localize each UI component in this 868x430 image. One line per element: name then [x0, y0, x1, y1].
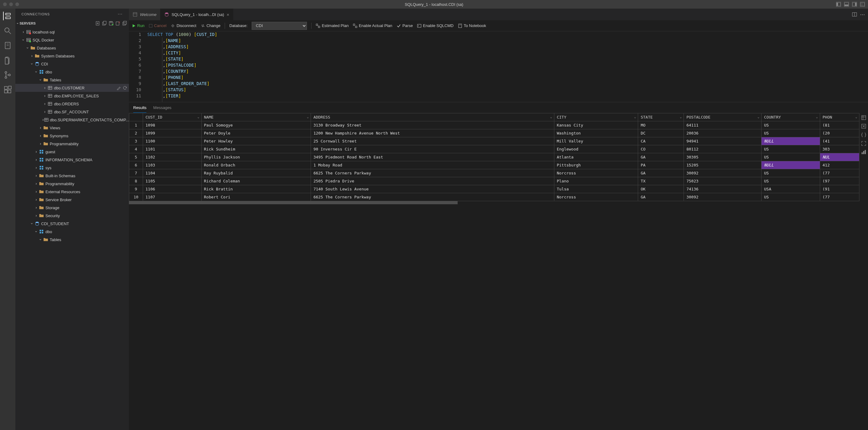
tab-results[interactable]: Results — [133, 103, 146, 113]
grid-cell[interactable]: 1101 — [143, 145, 202, 153]
column-header[interactable]: NAME⌄ — [202, 113, 311, 121]
grid-cell[interactable]: 7140 South Lewis Avenue — [311, 185, 554, 193]
tab-sqlquery[interactable]: SQLQuery_1 - localh...DI (sa) × — [160, 9, 233, 20]
grid-cell[interactable]: OK — [638, 185, 684, 193]
row-number[interactable]: 4 — [129, 145, 143, 153]
grid-cell[interactable]: 90 Inverness Cir E — [311, 145, 554, 153]
grid-cell[interactable]: 1103 — [143, 161, 202, 169]
maximize-icon[interactable] — [861, 141, 866, 146]
to-notebook-button[interactable]: To Notebook — [458, 23, 486, 28]
grid-cell[interactable]: CO — [638, 145, 684, 153]
grid-cell[interactable]: 75023 — [684, 177, 762, 185]
tree-item[interactable]: dbo.SF_ACCOUNT — [16, 108, 129, 116]
row-number[interactable]: 7 — [129, 169, 143, 177]
extensions-icon[interactable] — [3, 85, 12, 94]
estimated-plan-button[interactable]: Estimated Plan — [316, 23, 348, 28]
sort-icon[interactable]: ⌄ — [680, 115, 682, 119]
tree-item[interactable]: dbo — [16, 228, 129, 236]
grid-cell[interactable]: Plano — [554, 177, 638, 185]
grid-cell[interactable]: 64111 — [684, 121, 762, 129]
grid-cell[interactable]: Ray Ruybalid — [202, 169, 311, 177]
new-connection-icon[interactable] — [95, 21, 100, 26]
search-icon[interactable] — [3, 26, 12, 35]
grid-cell[interactable]: US — [762, 145, 820, 153]
tree-item[interactable]: CDI_STUDENT — [16, 220, 129, 228]
tree-item[interactable]: Service Broker — [16, 196, 129, 204]
panel-left-icon[interactable] — [836, 2, 841, 7]
row-number-header[interactable] — [129, 113, 143, 121]
grid-cell[interactable]: GA — [638, 169, 684, 177]
grid-cell[interactable]: GA — [638, 193, 684, 201]
grid-cell[interactable]: Richard Coleman — [202, 177, 311, 185]
column-header[interactable]: POSTALCODE⌄ — [684, 113, 762, 121]
grid-cell[interactable]: Norcross — [554, 193, 638, 201]
tree-item[interactable]: INFORMATION_SCHEMA — [16, 156, 129, 164]
grid-cell[interactable]: NUL — [820, 153, 859, 161]
grid-cell[interactable]: 6625 The Corners Parkway — [311, 193, 554, 201]
close-icon[interactable]: × — [226, 12, 229, 17]
grid-cell[interactable]: 1107 — [143, 193, 202, 201]
column-header[interactable]: CUST_ID⌄ — [143, 113, 202, 121]
refresh-icon[interactable] — [123, 86, 127, 90]
grid-cell[interactable]: Peter Howley — [202, 137, 311, 145]
row-number[interactable]: 6 — [129, 161, 143, 169]
grid-cell[interactable]: 30092 — [684, 193, 762, 201]
connections-tree[interactable]: localhost-sqlSQL DockerDatabasesSystem D… — [16, 27, 129, 430]
grid-cell[interactable]: (81 — [820, 121, 859, 129]
save-json-icon[interactable] — [861, 132, 866, 138]
grid-cell[interactable]: Pittsburgh — [554, 161, 638, 169]
tree-item[interactable]: dbo.CUSTOMER — [16, 84, 129, 92]
grid-cell[interactable]: Robert Cori — [202, 193, 311, 201]
grid-cell[interactable]: 1 Mobay Road — [311, 161, 554, 169]
row-number[interactable]: 5 — [129, 153, 143, 161]
row-number[interactable]: 2 — [129, 129, 143, 137]
row-number[interactable]: 10 — [129, 193, 143, 201]
grid-cell[interactable]: (97 — [820, 177, 859, 185]
grid-cell[interactable]: 1106 — [143, 185, 202, 193]
row-number[interactable]: 1 — [129, 121, 143, 129]
grid-cell[interactable]: 6625 The Corners Parkway — [311, 169, 554, 177]
servers-header[interactable]: SERVERS — [16, 19, 129, 27]
grid-cell[interactable]: Atlanta — [554, 153, 638, 161]
tree-item[interactable]: Synonyms — [16, 132, 129, 140]
grid-cell[interactable]: Kansas City — [554, 121, 638, 129]
grid-cell[interactable]: (20 — [820, 129, 859, 137]
code-editor[interactable]: 1234567891011 SELECT TOP (1000) [CUST_ID… — [129, 31, 868, 102]
panel-right-icon[interactable] — [852, 2, 857, 7]
panel-bottom-icon[interactable] — [844, 2, 849, 7]
tree-item[interactable]: Built-in Schemas — [16, 172, 129, 180]
grid-cell[interactable]: Mill Valley — [554, 137, 638, 145]
tree-item[interactable]: localhost-sql — [16, 28, 129, 36]
grid-cell[interactable]: Washington — [554, 129, 638, 137]
grid-cell[interactable]: GA — [638, 153, 684, 161]
grid-cell[interactable]: 80112 — [684, 145, 762, 153]
grid-cell[interactable]: US — [762, 193, 820, 201]
grid-cell[interactable]: 303 — [820, 145, 859, 153]
grid-cell[interactable]: CA — [638, 137, 684, 145]
grid-cell[interactable]: (77 — [820, 193, 859, 201]
grid-cell[interactable]: 1099 — [143, 129, 202, 137]
split-editor-icon[interactable] — [852, 12, 857, 17]
grid-cell[interactable]: MO — [638, 121, 684, 129]
tree-item[interactable]: Tables — [16, 76, 129, 84]
tree-item[interactable]: SQL Docker — [16, 36, 129, 44]
sort-icon[interactable]: ⌄ — [550, 115, 552, 119]
grid-cell[interactable]: 25 Cornwall Street — [311, 137, 554, 145]
grid-cell[interactable]: Peter Doyle — [202, 129, 311, 137]
grid-cell[interactable]: Paul Somogye — [202, 121, 311, 129]
results-grid[interactable]: CUST_ID⌄NAME⌄ADDRESS⌄CITY⌄STATE⌄POSTALCO… — [129, 113, 859, 201]
grid-cell[interactable]: 1104 — [143, 169, 202, 177]
grid-cell[interactable]: Ronald Orbach — [202, 161, 311, 169]
grid-cell[interactable]: Norcross — [554, 169, 638, 177]
tree-item[interactable]: Programmability — [16, 180, 129, 188]
tree-item[interactable]: System Databases — [16, 52, 129, 60]
grid-cell[interactable]: USA — [762, 185, 820, 193]
save-csv-icon[interactable] — [861, 115, 866, 120]
edit-icon[interactable] — [117, 86, 121, 90]
delete-connection-icon[interactable] — [115, 21, 120, 26]
code-content[interactable]: SELECT TOP (1000) [CUST_ID] ,[NAME] ,[AD… — [147, 31, 868, 102]
tree-item[interactable]: Tables — [16, 236, 129, 243]
column-header[interactable]: ADDRESS⌄ — [311, 113, 554, 121]
grid-cell[interactable]: Tulsa — [554, 185, 638, 193]
tree-item[interactable]: dbo — [16, 68, 129, 76]
